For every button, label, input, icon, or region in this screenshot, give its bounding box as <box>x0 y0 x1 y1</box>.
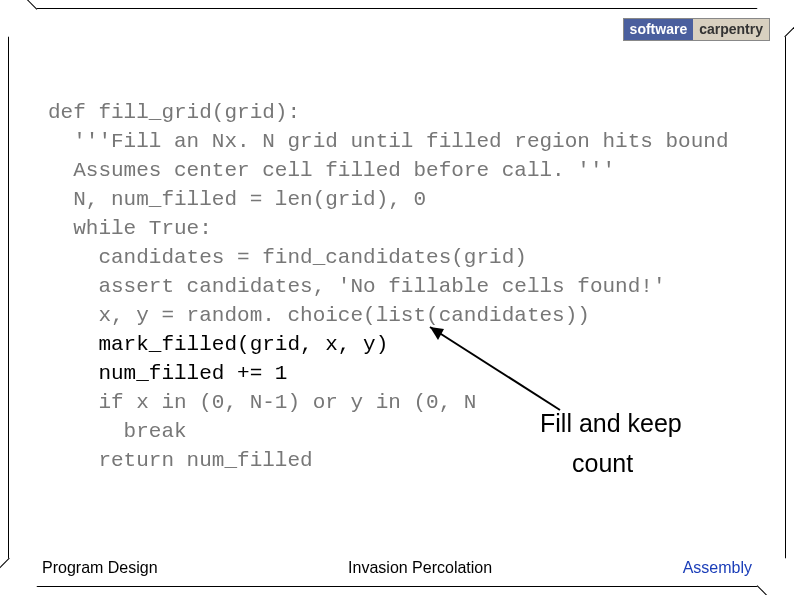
code-line-7: assert candidates, 'No fillable cells fo… <box>48 275 666 298</box>
footer-center: Invasion Percolation <box>158 559 683 577</box>
code-line-13: return num_filled <box>48 449 313 472</box>
corner-cut-bl <box>0 558 37 595</box>
code-line-9: mark_filled(grid, x, y) <box>48 333 388 356</box>
annotation-text-line2: count <box>572 447 633 481</box>
code-line-5: while True: <box>48 217 212 240</box>
code-line-1: def fill_grid(grid): <box>48 101 300 124</box>
code-block: def fill_grid(grid): '''Fill an Nx. N gr… <box>48 70 794 476</box>
code-line-8: x, y = random. choice(list(candidates)) <box>48 304 590 327</box>
code-line-6: candidates = find_candidates(grid) <box>48 246 527 269</box>
logo-left-text: software <box>624 19 694 40</box>
code-line-11: if x in (0, N-1) or y in (0, N <box>48 391 476 414</box>
logo-right-text: carpentry <box>693 19 769 40</box>
footer-left: Program Design <box>42 559 158 577</box>
annotation-text-line1: Fill and keep <box>540 407 682 441</box>
footer: Program Design Invasion Percolation Asse… <box>42 559 752 577</box>
corner-cut-br <box>757 558 794 595</box>
code-line-4: N, num_filled = len(grid), 0 <box>48 188 426 211</box>
code-line-12: break <box>48 420 187 443</box>
code-line-3: Assumes center cell filled before call. … <box>48 159 615 182</box>
code-line-10: num_filled += 1 <box>48 362 287 385</box>
corner-cut-tl <box>0 0 37 37</box>
footer-right: Assembly <box>683 559 752 577</box>
code-line-2: '''Fill an Nx. N grid until filled regio… <box>48 130 729 153</box>
software-carpentry-logo: software carpentry <box>623 18 770 41</box>
